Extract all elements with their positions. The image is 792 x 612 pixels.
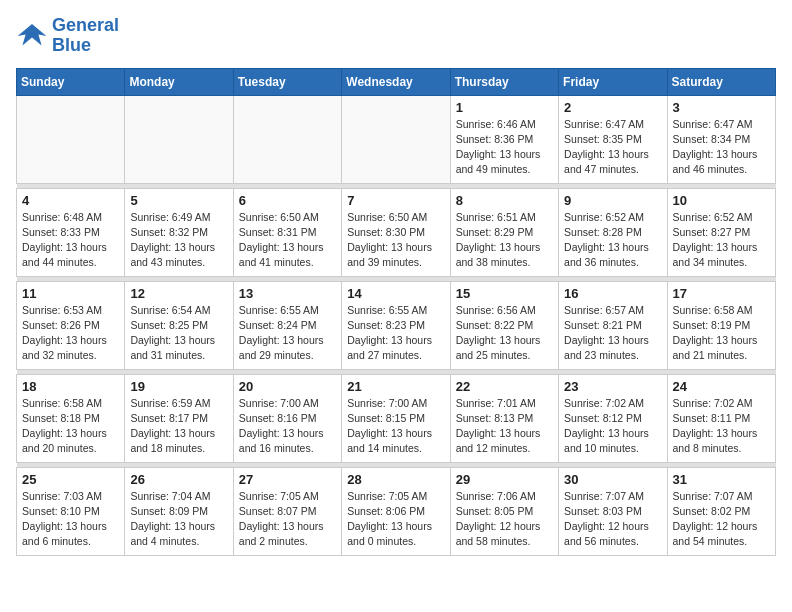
day-number: 2 xyxy=(564,100,661,115)
day-info: Sunrise: 7:07 AMSunset: 8:03 PMDaylight:… xyxy=(564,489,661,550)
day-info: Sunrise: 7:04 AMSunset: 8:09 PMDaylight:… xyxy=(130,489,227,550)
day-info: Sunrise: 6:55 AMSunset: 8:23 PMDaylight:… xyxy=(347,303,444,364)
calendar-week-row: 4Sunrise: 6:48 AMSunset: 8:33 PMDaylight… xyxy=(17,188,776,276)
calendar-day-cell: 15Sunrise: 6:56 AMSunset: 8:22 PMDayligh… xyxy=(450,281,558,369)
day-info: Sunrise: 6:46 AMSunset: 8:36 PMDaylight:… xyxy=(456,117,553,178)
calendar-day-cell: 2Sunrise: 6:47 AMSunset: 8:35 PMDaylight… xyxy=(559,95,667,183)
calendar-week-row: 11Sunrise: 6:53 AMSunset: 8:26 PMDayligh… xyxy=(17,281,776,369)
calendar-day-cell: 21Sunrise: 7:00 AMSunset: 8:15 PMDayligh… xyxy=(342,374,450,462)
day-number: 16 xyxy=(564,286,661,301)
day-info: Sunrise: 6:57 AMSunset: 8:21 PMDaylight:… xyxy=(564,303,661,364)
day-info: Sunrise: 6:48 AMSunset: 8:33 PMDaylight:… xyxy=(22,210,119,271)
day-number: 11 xyxy=(22,286,119,301)
calendar-day-cell: 11Sunrise: 6:53 AMSunset: 8:26 PMDayligh… xyxy=(17,281,125,369)
calendar-day-cell: 28Sunrise: 7:05 AMSunset: 8:06 PMDayligh… xyxy=(342,467,450,555)
weekday-header: Tuesday xyxy=(233,68,341,95)
calendar-day-cell: 5Sunrise: 6:49 AMSunset: 8:32 PMDaylight… xyxy=(125,188,233,276)
day-info: Sunrise: 7:05 AMSunset: 8:07 PMDaylight:… xyxy=(239,489,336,550)
day-info: Sunrise: 6:54 AMSunset: 8:25 PMDaylight:… xyxy=(130,303,227,364)
day-info: Sunrise: 6:50 AMSunset: 8:30 PMDaylight:… xyxy=(347,210,444,271)
calendar-table: SundayMondayTuesdayWednesdayThursdayFrid… xyxy=(16,68,776,556)
header-row: SundayMondayTuesdayWednesdayThursdayFrid… xyxy=(17,68,776,95)
calendar-day-cell: 27Sunrise: 7:05 AMSunset: 8:07 PMDayligh… xyxy=(233,467,341,555)
day-number: 8 xyxy=(456,193,553,208)
day-info: Sunrise: 6:52 AMSunset: 8:27 PMDaylight:… xyxy=(673,210,770,271)
day-info: Sunrise: 6:58 AMSunset: 8:18 PMDaylight:… xyxy=(22,396,119,457)
day-number: 14 xyxy=(347,286,444,301)
calendar-day-cell: 12Sunrise: 6:54 AMSunset: 8:25 PMDayligh… xyxy=(125,281,233,369)
calendar-day-cell: 31Sunrise: 7:07 AMSunset: 8:02 PMDayligh… xyxy=(667,467,775,555)
day-info: Sunrise: 6:55 AMSunset: 8:24 PMDaylight:… xyxy=(239,303,336,364)
day-number: 29 xyxy=(456,472,553,487)
weekday-header: Friday xyxy=(559,68,667,95)
day-number: 20 xyxy=(239,379,336,394)
day-info: Sunrise: 7:02 AMSunset: 8:11 PMDaylight:… xyxy=(673,396,770,457)
day-info: Sunrise: 6:58 AMSunset: 8:19 PMDaylight:… xyxy=(673,303,770,364)
day-info: Sunrise: 7:06 AMSunset: 8:05 PMDaylight:… xyxy=(456,489,553,550)
day-number: 4 xyxy=(22,193,119,208)
day-number: 5 xyxy=(130,193,227,208)
day-number: 31 xyxy=(673,472,770,487)
day-number: 30 xyxy=(564,472,661,487)
calendar-header: SundayMondayTuesdayWednesdayThursdayFrid… xyxy=(17,68,776,95)
weekday-header: Wednesday xyxy=(342,68,450,95)
calendar-day-cell: 14Sunrise: 6:55 AMSunset: 8:23 PMDayligh… xyxy=(342,281,450,369)
day-number: 13 xyxy=(239,286,336,301)
day-number: 9 xyxy=(564,193,661,208)
calendar-day-cell: 6Sunrise: 6:50 AMSunset: 8:31 PMDaylight… xyxy=(233,188,341,276)
calendar-body: 1Sunrise: 6:46 AMSunset: 8:36 PMDaylight… xyxy=(17,95,776,555)
day-number: 3 xyxy=(673,100,770,115)
calendar-day-cell: 18Sunrise: 6:58 AMSunset: 8:18 PMDayligh… xyxy=(17,374,125,462)
calendar-day-cell: 7Sunrise: 6:50 AMSunset: 8:30 PMDaylight… xyxy=(342,188,450,276)
day-number: 10 xyxy=(673,193,770,208)
calendar-day-cell: 20Sunrise: 7:00 AMSunset: 8:16 PMDayligh… xyxy=(233,374,341,462)
day-number: 7 xyxy=(347,193,444,208)
weekday-header: Saturday xyxy=(667,68,775,95)
day-number: 21 xyxy=(347,379,444,394)
day-info: Sunrise: 7:01 AMSunset: 8:13 PMDaylight:… xyxy=(456,396,553,457)
calendar-day-cell: 25Sunrise: 7:03 AMSunset: 8:10 PMDayligh… xyxy=(17,467,125,555)
calendar-day-cell: 4Sunrise: 6:48 AMSunset: 8:33 PMDaylight… xyxy=(17,188,125,276)
day-number: 22 xyxy=(456,379,553,394)
day-info: Sunrise: 6:56 AMSunset: 8:22 PMDaylight:… xyxy=(456,303,553,364)
calendar-week-row: 25Sunrise: 7:03 AMSunset: 8:10 PMDayligh… xyxy=(17,467,776,555)
day-number: 24 xyxy=(673,379,770,394)
day-number: 12 xyxy=(130,286,227,301)
calendar-day-cell xyxy=(342,95,450,183)
weekday-header: Thursday xyxy=(450,68,558,95)
day-info: Sunrise: 6:59 AMSunset: 8:17 PMDaylight:… xyxy=(130,396,227,457)
day-number: 19 xyxy=(130,379,227,394)
calendar-day-cell: 29Sunrise: 7:06 AMSunset: 8:05 PMDayligh… xyxy=(450,467,558,555)
day-info: Sunrise: 7:02 AMSunset: 8:12 PMDaylight:… xyxy=(564,396,661,457)
day-info: Sunrise: 6:51 AMSunset: 8:29 PMDaylight:… xyxy=(456,210,553,271)
calendar-day-cell: 24Sunrise: 7:02 AMSunset: 8:11 PMDayligh… xyxy=(667,374,775,462)
calendar-day-cell: 26Sunrise: 7:04 AMSunset: 8:09 PMDayligh… xyxy=(125,467,233,555)
calendar-day-cell: 8Sunrise: 6:51 AMSunset: 8:29 PMDaylight… xyxy=(450,188,558,276)
logo-text: General Blue xyxy=(52,16,119,56)
calendar-week-row: 18Sunrise: 6:58 AMSunset: 8:18 PMDayligh… xyxy=(17,374,776,462)
day-info: Sunrise: 6:52 AMSunset: 8:28 PMDaylight:… xyxy=(564,210,661,271)
day-info: Sunrise: 6:47 AMSunset: 8:35 PMDaylight:… xyxy=(564,117,661,178)
logo: General Blue xyxy=(16,16,119,56)
day-info: Sunrise: 6:49 AMSunset: 8:32 PMDaylight:… xyxy=(130,210,227,271)
calendar-day-cell: 17Sunrise: 6:58 AMSunset: 8:19 PMDayligh… xyxy=(667,281,775,369)
calendar-day-cell: 13Sunrise: 6:55 AMSunset: 8:24 PMDayligh… xyxy=(233,281,341,369)
weekday-header: Sunday xyxy=(17,68,125,95)
day-info: Sunrise: 6:50 AMSunset: 8:31 PMDaylight:… xyxy=(239,210,336,271)
day-number: 28 xyxy=(347,472,444,487)
day-info: Sunrise: 7:03 AMSunset: 8:10 PMDaylight:… xyxy=(22,489,119,550)
calendar-day-cell: 19Sunrise: 6:59 AMSunset: 8:17 PMDayligh… xyxy=(125,374,233,462)
calendar-day-cell: 30Sunrise: 7:07 AMSunset: 8:03 PMDayligh… xyxy=(559,467,667,555)
day-info: Sunrise: 6:53 AMSunset: 8:26 PMDaylight:… xyxy=(22,303,119,364)
day-number: 25 xyxy=(22,472,119,487)
weekday-header: Monday xyxy=(125,68,233,95)
day-number: 18 xyxy=(22,379,119,394)
svg-marker-0 xyxy=(18,24,47,46)
calendar-day-cell: 1Sunrise: 6:46 AMSunset: 8:36 PMDaylight… xyxy=(450,95,558,183)
day-number: 6 xyxy=(239,193,336,208)
day-number: 1 xyxy=(456,100,553,115)
calendar-day-cell: 10Sunrise: 6:52 AMSunset: 8:27 PMDayligh… xyxy=(667,188,775,276)
day-info: Sunrise: 6:47 AMSunset: 8:34 PMDaylight:… xyxy=(673,117,770,178)
day-number: 17 xyxy=(673,286,770,301)
day-number: 27 xyxy=(239,472,336,487)
